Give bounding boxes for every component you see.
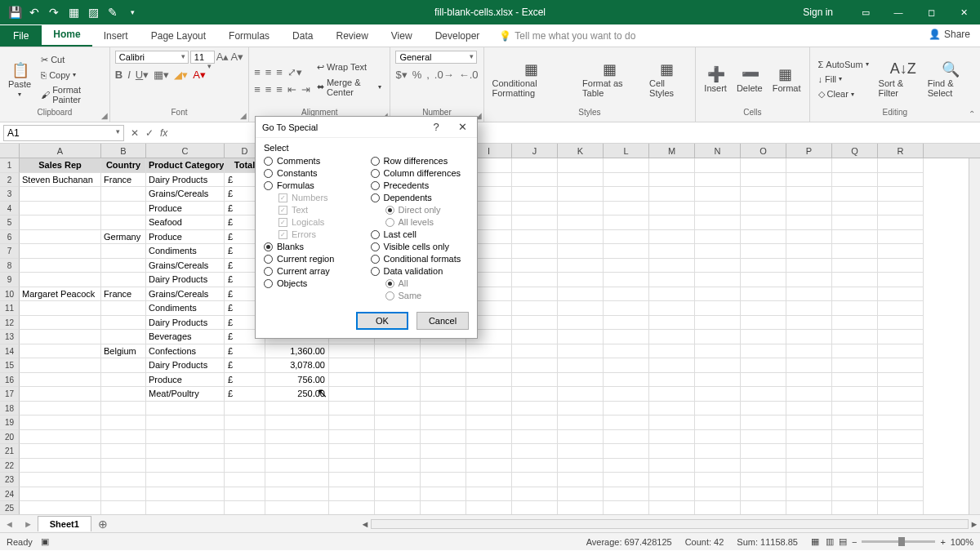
cell[interactable] <box>878 158 924 173</box>
collapse-ribbon-icon[interactable]: ⌃ <box>969 109 975 118</box>
font-launcher-icon[interactable]: ◢ <box>240 111 247 120</box>
number-format-select[interactable]: General <box>395 51 477 64</box>
cell[interactable] <box>101 415 146 430</box>
cell[interactable] <box>421 344 466 359</box>
cell[interactable] <box>512 473 558 487</box>
radio-dependents[interactable]: Dependents <box>371 193 470 202</box>
view-pagelayout-icon[interactable]: ▥ <box>826 536 834 547</box>
cell[interactable] <box>832 230 878 245</box>
cell[interactable] <box>741 459 786 473</box>
cell[interactable] <box>786 415 832 430</box>
merge-center-button[interactable]: ⬌Merge & Center▾ <box>314 76 385 99</box>
sheet-tab[interactable]: Sheet1 <box>38 516 91 531</box>
cell[interactable] <box>695 173 741 188</box>
cell[interactable] <box>832 487 878 502</box>
row-header[interactable]: 21 <box>0 444 20 459</box>
signin-link[interactable]: Sign in <box>803 7 833 18</box>
row-header[interactable]: 25 <box>0 501 20 514</box>
cell[interactable] <box>741 415 786 430</box>
cell[interactable] <box>649 459 695 473</box>
cell[interactable] <box>225 459 265 473</box>
cell[interactable] <box>20 202 101 216</box>
cell[interactable]: Country <box>101 158 146 173</box>
close-icon[interactable]: ✕ <box>947 0 980 24</box>
cell[interactable] <box>832 444 878 459</box>
cell[interactable] <box>832 158 878 173</box>
radio-objects[interactable]: Objects <box>264 278 363 288</box>
cell[interactable] <box>20 330 101 344</box>
align-left-icon[interactable]: ≡ <box>254 83 261 96</box>
delete-cells-button[interactable]: ➖Delete <box>733 64 766 95</box>
cell[interactable] <box>512 259 558 273</box>
cell[interactable] <box>832 187 878 202</box>
cell[interactable] <box>741 173 786 188</box>
cell[interactable] <box>225 444 265 459</box>
cell[interactable] <box>786 259 832 273</box>
column-header[interactable]: L <box>604 144 649 158</box>
cell[interactable] <box>786 273 832 287</box>
cell[interactable] <box>375 387 421 402</box>
radio-last-cell[interactable]: Last cell <box>371 229 470 239</box>
cell[interactable] <box>329 373 375 388</box>
cell[interactable] <box>604 387 649 402</box>
cell[interactable] <box>649 158 695 173</box>
cell[interactable] <box>20 487 101 502</box>
cell[interactable] <box>695 344 741 359</box>
tab-home[interactable]: Home <box>42 24 91 47</box>
row-header[interactable]: 1 <box>0 158 20 173</box>
cell[interactable]: 250.00 <box>265 387 329 402</box>
align-center-icon[interactable]: ≡ <box>265 83 272 96</box>
cell[interactable] <box>20 444 101 459</box>
cell[interactable] <box>695 202 741 216</box>
cell[interactable]: £ <box>225 358 265 373</box>
row-header[interactable]: 7 <box>0 244 20 259</box>
accounting-icon[interactable]: $▾ <box>395 69 407 81</box>
column-header[interactable]: P <box>786 144 832 158</box>
qa-icon3[interactable]: ✎ <box>106 6 119 19</box>
cell[interactable] <box>20 358 101 373</box>
cell[interactable] <box>695 444 741 459</box>
column-header[interactable]: K <box>558 144 604 158</box>
radio-data-validation[interactable]: Data validation <box>371 266 470 276</box>
dialog-help-icon[interactable]: ? <box>428 121 444 133</box>
cell[interactable] <box>832 415 878 430</box>
cell[interactable] <box>786 173 832 188</box>
cell[interactable] <box>786 287 832 302</box>
cell[interactable] <box>649 216 695 230</box>
tab-developer[interactable]: Developer <box>424 25 492 47</box>
cell[interactable] <box>786 387 832 402</box>
radio-conditional-formats[interactable]: Conditional formats <box>371 254 470 264</box>
cell[interactable] <box>604 373 649 388</box>
cell[interactable] <box>741 158 786 173</box>
cell[interactable] <box>786 316 832 331</box>
ok-button[interactable]: OK <box>356 312 408 330</box>
decrease-indent-icon[interactable]: ⇤ <box>287 83 296 96</box>
cell[interactable] <box>101 216 146 230</box>
undo-icon[interactable]: ↶ <box>28 6 41 19</box>
cell[interactable] <box>786 501 832 514</box>
cell[interactable] <box>101 358 146 373</box>
cell[interactable] <box>558 202 604 216</box>
cell[interactable] <box>878 430 924 445</box>
cell[interactable] <box>786 487 832 502</box>
cell[interactable] <box>558 259 604 273</box>
cell[interactable] <box>20 216 101 230</box>
vertical-scrollbar[interactable] <box>969 158 980 514</box>
cell[interactable] <box>649 244 695 259</box>
cell[interactable] <box>741 473 786 487</box>
bold-icon[interactable]: B <box>115 69 122 81</box>
cell[interactable] <box>786 459 832 473</box>
percent-icon[interactable]: % <box>412 69 422 81</box>
cell[interactable] <box>695 373 741 388</box>
cell[interactable] <box>604 158 649 173</box>
cell[interactable] <box>101 387 146 402</box>
row-header[interactable]: 5 <box>0 216 20 230</box>
cell[interactable] <box>741 230 786 245</box>
cell[interactable] <box>786 373 832 388</box>
cell[interactable] <box>512 330 558 344</box>
qa-customize-icon[interactable]: ▾ <box>126 6 139 19</box>
cell[interactable] <box>786 158 832 173</box>
cell[interactable] <box>878 487 924 502</box>
cell[interactable] <box>466 358 512 373</box>
cell[interactable] <box>741 444 786 459</box>
